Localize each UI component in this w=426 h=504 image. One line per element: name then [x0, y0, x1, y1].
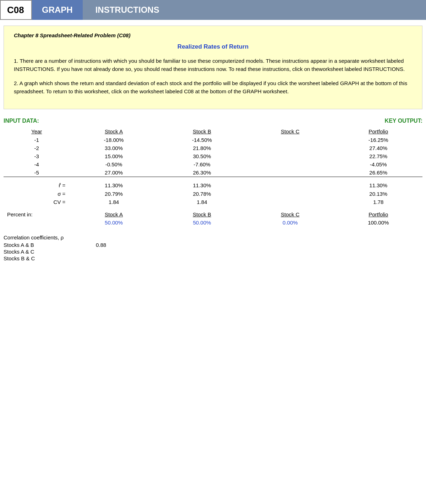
correlation-section: Correlation coefficients, ρ Stocks A & B…	[4, 234, 426, 261]
col-header-year: Year	[4, 127, 70, 136]
r-hat-portfolio: 11.30%	[334, 181, 422, 190]
table-row: -5 27.00% 26.30% 26.65%	[4, 168, 422, 177]
percent-label-row: Percent in: Stock A Stock B Stock C Port…	[4, 210, 422, 218]
cell-year: -3	[4, 152, 70, 160]
r-hat-row: r̂ = 11.30% 11.30% 11.30%	[4, 181, 422, 190]
cv-stockc	[246, 198, 334, 206]
table-row: -2 33.00% 21.80% 27.40%	[4, 144, 422, 152]
instruction-item-1-text: 1. There are a number of instructions wi…	[14, 58, 405, 72]
cell-portfolio: 27.40%	[334, 144, 422, 152]
percent-empty	[4, 218, 70, 227]
tab-instructions[interactable]: INSTRUCTIONS	[83, 0, 426, 20]
cell-portfolio: 22.75%	[334, 152, 422, 160]
cell-stockb: -14.50%	[158, 136, 246, 144]
data-header-row: INPUT DATA: KEY OUTPUT:	[4, 118, 422, 124]
sigma-portfolio: 20.13%	[334, 190, 422, 198]
r-hat-stockb: 11.30%	[158, 181, 246, 190]
percent-in-label: Percent in:	[4, 210, 70, 218]
col-header-portfolio: Portfolio	[334, 127, 422, 136]
corr-label: Stocks A & B	[4, 242, 96, 248]
percent-header-stockb: Stock B	[158, 210, 246, 218]
sigma-stockb: 20.78%	[158, 190, 246, 198]
percent-header-stocka: Stock A	[70, 210, 158, 218]
cv-stockb: 1.84	[158, 198, 246, 206]
cv-stocka: 1.84	[70, 198, 158, 206]
cell-stockc	[246, 160, 334, 168]
cell-stockc	[246, 144, 334, 152]
tab-graph[interactable]: GRAPH	[32, 0, 83, 20]
percent-val-stockc[interactable]: 0.00%	[246, 218, 334, 227]
r-hat-label: r̂ =	[4, 181, 70, 190]
percent-value-row: 50.00% 50.00% 0.00% 100.00%	[4, 218, 422, 227]
table-row: -3 15.00% 30.50% 22.75%	[4, 152, 422, 160]
main-data-table: Year Stock A Stock B Stock C Portfolio -…	[4, 127, 422, 227]
data-section: INPUT DATA: KEY OUTPUT: Year Stock A Sto…	[4, 118, 422, 227]
table-row: -1 -18.00% -14.50% -16.25%	[4, 136, 422, 144]
cell-year: -2	[4, 144, 70, 152]
tab-c08[interactable]: C08	[0, 0, 32, 20]
instruction-item-2-text: 2. A graph which shows the return and st…	[14, 80, 407, 94]
sigma-row: σ = 20.79% 20.78% 20.13%	[4, 190, 422, 198]
col-header-stock-b: Stock B	[158, 127, 246, 136]
realized-rates-title: Realized Rates of Return	[14, 43, 412, 50]
cell-stocka: 15.00%	[70, 152, 158, 160]
corr-label: Stocks B & C	[4, 255, 96, 261]
page-header: C08 GRAPH INSTRUCTIONS	[0, 0, 426, 20]
cell-year: -5	[4, 168, 70, 177]
cell-stockc	[246, 136, 334, 144]
percent-val-stocka[interactable]: 50.00%	[70, 218, 158, 227]
cell-stockb: 26.30%	[158, 168, 246, 177]
cell-stockb: 21.80%	[158, 144, 246, 152]
percent-header-portfolio: Portfolio	[334, 210, 422, 218]
chapter-title: Chapter 8 Spreadsheet-Related Problem (C…	[14, 32, 412, 38]
cv-portfolio: 1.78	[334, 198, 422, 206]
instructions-label: INSTRUCTIONS	[95, 5, 159, 15]
cell-stocka: -18.00%	[70, 136, 158, 144]
correlation-title: Correlation coefficients, ρ	[4, 234, 426, 240]
corr-row: Stocks A & B 0.88	[4, 242, 426, 248]
corr-value[interactable]: 0.88	[96, 242, 106, 248]
r-hat-stocka: 11.30%	[70, 181, 158, 190]
c08-label: C08	[7, 5, 24, 16]
r-hat-stockc	[246, 181, 334, 190]
col-header-stock-a: Stock A	[70, 127, 158, 136]
key-output-label: KEY OUTPUT:	[385, 118, 422, 124]
cell-year: -1	[4, 136, 70, 144]
corr-row: Stocks B & C	[4, 255, 426, 261]
cell-portfolio: -16.25%	[334, 136, 422, 144]
cell-stocka: -0.50%	[70, 160, 158, 168]
corr-label: Stocks A & C	[4, 249, 96, 255]
cv-label: CV =	[4, 198, 70, 206]
instruction-item-1: 1. There are a number of instructions wi…	[14, 57, 412, 73]
cell-portfolio: -4.05%	[334, 160, 422, 168]
percent-val-stockb[interactable]: 50.00%	[158, 218, 246, 227]
cell-stocka: 33.00%	[70, 144, 158, 152]
cell-stockb: -7.60%	[158, 160, 246, 168]
cell-stocka: 27.00%	[70, 168, 158, 177]
cell-stockb: 30.50%	[158, 152, 246, 160]
input-data-label: INPUT DATA:	[4, 118, 39, 124]
cell-year: -4	[4, 160, 70, 168]
sigma-stocka: 20.79%	[70, 190, 158, 198]
percent-header-stockc: Stock C	[246, 210, 334, 218]
table-row: -4 -0.50% -7.60% -4.05%	[4, 160, 422, 168]
cell-portfolio: 26.65%	[334, 168, 422, 177]
cell-stockc	[246, 168, 334, 177]
cell-stockc	[246, 152, 334, 160]
col-header-stock-c: Stock C	[246, 127, 334, 136]
sigma-stockc	[246, 190, 334, 198]
sigma-label: σ =	[4, 190, 70, 198]
corr-row: Stocks A & C	[4, 249, 426, 255]
graph-label: GRAPH	[42, 5, 73, 15]
instruction-item-2: 2. A graph which shows the return and st…	[14, 79, 412, 96]
percent-val-portfolio: 100.00%	[334, 218, 422, 227]
cv-row: CV = 1.84 1.84 1.78	[4, 198, 422, 206]
instruction-box: Chapter 8 Spreadsheet-Related Problem (C…	[4, 26, 422, 109]
